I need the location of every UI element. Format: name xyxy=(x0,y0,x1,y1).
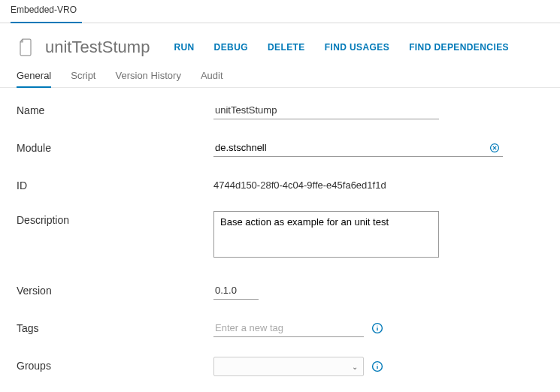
svg-point-2 xyxy=(377,325,377,326)
row-groups: Groups ⌄ xyxy=(17,357,545,376)
label-description: Description xyxy=(17,211,213,226)
clear-module-icon[interactable] xyxy=(489,143,500,153)
general-form: Name Module ID 4744d150-28f0-4c04-9ffe-e… xyxy=(0,88,560,376)
groups-info-icon[interactable] xyxy=(371,360,383,372)
label-id: ID xyxy=(17,176,213,191)
debug-button[interactable]: DEBUG xyxy=(214,42,248,53)
row-id: ID 4744d150-28f0-4c04-9ffe-e45fa6ed1f1d xyxy=(17,176,545,191)
row-tags: Tags xyxy=(17,319,545,337)
label-name: Name xyxy=(17,101,213,116)
header: unitTestStump RUN DEBUG DELETE FIND USAG… xyxy=(0,23,560,65)
groups-select-wrap: ⌄ xyxy=(213,357,364,376)
name-input[interactable] xyxy=(213,101,439,119)
id-value: 4744d150-28f0-4c04-9ffe-e45fa6ed1f1d xyxy=(213,176,386,191)
row-module: Module xyxy=(17,139,545,157)
row-name: Name xyxy=(17,101,545,119)
page-title: unitTestStump xyxy=(45,38,150,57)
label-module: Module xyxy=(17,139,213,154)
top-tab-bar: Embedded-VRO xyxy=(0,0,560,23)
action-icon xyxy=(15,37,36,58)
description-textarea[interactable] xyxy=(213,211,439,258)
top-tab-underline xyxy=(11,22,82,23)
row-description: Description xyxy=(17,211,545,258)
tab-version-history[interactable]: Version History xyxy=(115,65,180,87)
tab-script[interactable]: Script xyxy=(71,65,95,87)
row-version: Version xyxy=(17,282,545,300)
version-input[interactable] xyxy=(213,282,259,300)
tab-audit[interactable]: Audit xyxy=(201,65,223,87)
top-tab-embedded-vro[interactable]: Embedded-VRO xyxy=(11,5,77,18)
module-field-wrap xyxy=(213,139,503,157)
tags-info-icon[interactable] xyxy=(371,322,383,334)
run-button[interactable]: RUN xyxy=(174,42,194,53)
label-tags: Tags xyxy=(17,319,213,334)
action-links: RUN DEBUG DELETE FIND USAGES FIND DEPEND… xyxy=(174,42,509,53)
tab-general[interactable]: General xyxy=(17,65,51,87)
module-input[interactable] xyxy=(213,139,489,156)
sub-tabs: General Script Version History Audit xyxy=(0,65,560,88)
delete-button[interactable]: DELETE xyxy=(268,42,305,53)
svg-point-4 xyxy=(377,363,377,364)
groups-select[interactable] xyxy=(213,357,364,376)
label-groups: Groups xyxy=(17,357,213,372)
label-version: Version xyxy=(17,282,213,297)
find-usages-button[interactable]: FIND USAGES xyxy=(325,42,389,53)
tags-input[interactable] xyxy=(213,319,364,337)
find-dependencies-button[interactable]: FIND DEPENDENCIES xyxy=(409,42,509,53)
